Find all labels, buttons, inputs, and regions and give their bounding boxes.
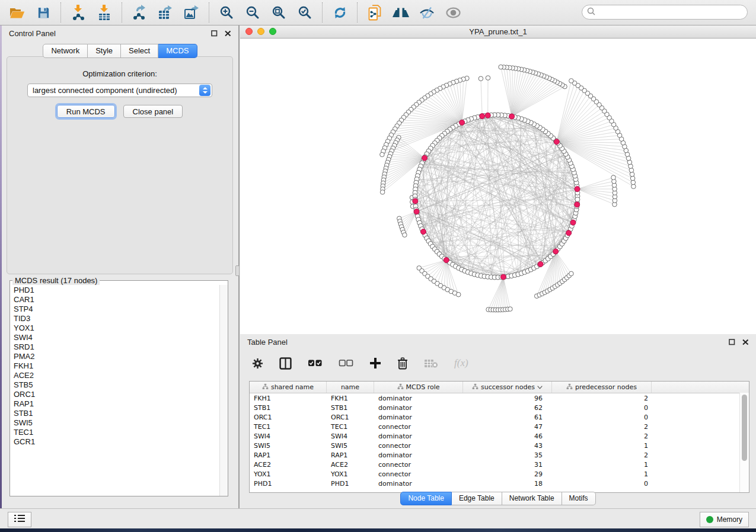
optimization-criterion-select[interactable]: largest connected component (undirected): [27, 84, 212, 97]
table-row[interactable]: RAP1RAP1dominator352: [250, 450, 749, 460]
mcds-result-item[interactable]: CAR1: [14, 295, 220, 305]
mcds-result-item[interactable]: RAP1: [14, 399, 220, 409]
refresh-view-icon[interactable]: [331, 4, 349, 21]
close-window-icon[interactable]: [245, 28, 253, 35]
cell: TEC1: [250, 423, 327, 431]
table-row[interactable]: SWI5SWI5connector431: [250, 441, 749, 450]
table-row[interactable]: PHD1PHD1dominator180: [250, 479, 749, 488]
cell: dominator: [374, 432, 463, 440]
column-header-predecessor-nodes[interactable]: predecessor nodes: [552, 382, 652, 393]
import-table-icon[interactable]: [95, 4, 113, 21]
open-file-icon[interactable]: [8, 4, 26, 21]
mcds-result-item[interactable]: STB5: [14, 380, 220, 390]
split-pane-handle[interactable]: [235, 265, 240, 276]
search-box[interactable]: [582, 5, 748, 20]
cell: 0: [552, 404, 652, 412]
show-visual-icon[interactable]: [444, 4, 462, 21]
mcds-result-item[interactable]: SWI4: [14, 333, 220, 342]
column-header-name[interactable]: name: [327, 382, 374, 393]
select-all-columns-icon[interactable]: [308, 360, 323, 367]
table-row[interactable]: SWI4SWI4dominator462: [250, 431, 749, 441]
network-canvas[interactable]: [240, 39, 756, 334]
table-row[interactable]: FKH1FKH1dominator962: [250, 393, 749, 403]
export-network-icon[interactable]: [130, 4, 148, 21]
status-menu-button[interactable]: [8, 512, 31, 527]
tab-network[interactable]: Network: [43, 44, 88, 58]
mcds-result-item[interactable]: SRD1: [14, 342, 220, 352]
export-image-icon[interactable]: [183, 4, 200, 21]
tab-edge-table[interactable]: Edge Table: [452, 492, 502, 505]
sort-indicator-icon: [537, 383, 543, 391]
delete-table-icon: [424, 358, 438, 368]
table-row[interactable]: TEC1TEC1connector472: [250, 422, 749, 431]
tab-style[interactable]: Style: [88, 44, 121, 58]
table-scrollbar[interactable]: [739, 393, 749, 492]
add-column-icon[interactable]: [369, 357, 381, 369]
mcds-result-scrollbar[interactable]: [219, 285, 228, 496]
column-header-shared-name[interactable]: shared name: [250, 382, 327, 393]
zoom-fit-icon[interactable]: [270, 4, 288, 21]
table-row[interactable]: ORC1ORC1dominator610: [250, 412, 749, 422]
run-mcds-button[interactable]: Run MCDS: [57, 105, 115, 118]
table-row[interactable]: YOX1YOX1connector291: [250, 469, 749, 479]
show-column-icon[interactable]: [279, 357, 292, 370]
binoculars-search-icon[interactable]: [392, 4, 410, 21]
right-column: YPA_prune.txt_1 Table Panel f(x) shared …: [240, 25, 756, 508]
tab-mcds[interactable]: MCDS: [158, 44, 197, 58]
cell: SWI5: [250, 442, 327, 450]
tab-node-table[interactable]: Node Table: [400, 492, 452, 505]
network-file-icon[interactable]: [366, 4, 384, 21]
mcds-result-item[interactable]: TID3: [14, 314, 220, 323]
cell: ACE2: [327, 461, 374, 469]
zoom-selected-icon[interactable]: [296, 4, 314, 21]
column-header-successor-nodes[interactable]: successor nodes: [463, 382, 552, 393]
close-table-panel-icon[interactable]: [742, 339, 749, 345]
mcds-result-item[interactable]: STP4: [14, 305, 220, 314]
hide-visual-icon[interactable]: [418, 4, 436, 21]
search-icon: [587, 7, 595, 18]
table-row[interactable]: STB1STB1dominator620: [250, 403, 749, 412]
save-session-icon[interactable]: [34, 4, 52, 21]
mcds-result-item[interactable]: YOX1: [14, 323, 220, 333]
minimize-window-icon[interactable]: [257, 28, 264, 35]
tab-motifs[interactable]: Motifs: [562, 492, 596, 505]
table-row[interactable]: ACE2ACE2connector311: [250, 460, 749, 469]
maximize-window-icon[interactable]: [269, 28, 276, 35]
mcds-result-item[interactable]: PMA2: [14, 352, 220, 361]
mcds-result-item[interactable]: PHD1: [14, 286, 220, 295]
table-scrollbar-thumb[interactable]: [742, 395, 747, 461]
mcds-result-list[interactable]: PHD1CAR1STP4TID3YOX1SWI4SRD1PMA2FKH1ACE2…: [10, 285, 220, 496]
node-table-header: shared namenameMCDS rolesuccessor nodesp…: [250, 382, 749, 393]
main-toolbar: [0, 0, 756, 25]
cell: FKH1: [327, 395, 374, 402]
toolbar-group: [122, 2, 209, 23]
float-table-panel-icon[interactable]: [729, 339, 735, 345]
zoom-in-icon[interactable]: [218, 4, 235, 21]
import-network-icon[interactable]: [69, 4, 87, 21]
column-header-MCDS-role[interactable]: MCDS role: [374, 382, 463, 393]
close-panel-button[interactable]: Close panel: [123, 105, 183, 118]
search-input[interactable]: [598, 7, 747, 18]
close-panel-icon[interactable]: [225, 30, 231, 37]
cell: 0: [552, 414, 652, 421]
mcds-result-item[interactable]: STB1: [14, 409, 220, 418]
zoom-out-icon[interactable]: [244, 4, 261, 21]
mcds-result-item[interactable]: GCR1: [14, 437, 220, 447]
tab-network-table[interactable]: Network Table: [502, 492, 562, 505]
cell: SWI5: [327, 442, 374, 450]
network-graph[interactable]: [240, 39, 756, 334]
mcds-result-item[interactable]: ACE2: [14, 371, 220, 380]
delete-column-icon[interactable]: [397, 357, 408, 370]
mcds-result-item[interactable]: FKH1: [14, 361, 220, 371]
unselect-all-columns-icon[interactable]: [339, 360, 353, 367]
table-panel: Table Panel f(x) shared namenameMCDS rol…: [240, 334, 756, 508]
select-stepper-icon: [199, 85, 210, 96]
mcds-result-item[interactable]: TEC1: [14, 428, 220, 437]
float-panel-icon[interactable]: [211, 30, 218, 37]
memory-button[interactable]: Memory: [700, 512, 749, 527]
table-settings-icon[interactable]: [252, 358, 263, 369]
mcds-result-item[interactable]: SWI5: [14, 418, 220, 428]
tab-select[interactable]: Select: [121, 44, 158, 58]
mcds-result-item[interactable]: ORC1: [14, 390, 220, 399]
export-table-icon[interactable]: [157, 4, 174, 21]
